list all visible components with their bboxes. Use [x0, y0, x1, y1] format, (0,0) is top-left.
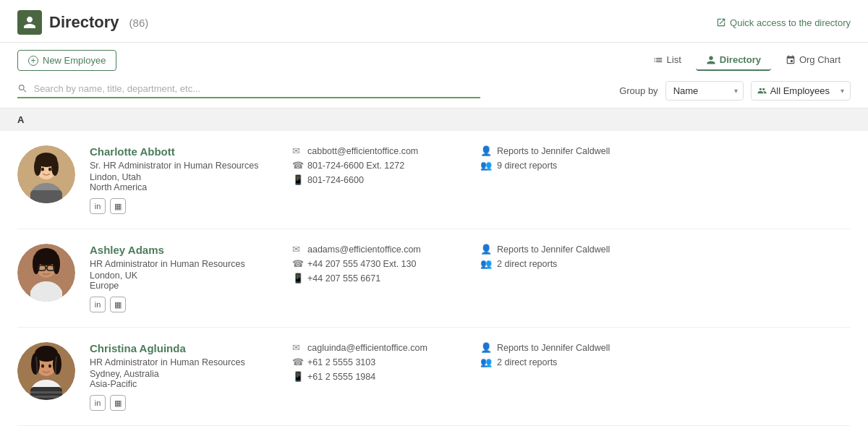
direct-reports-row: 👥 2 direct reports	[480, 357, 851, 367]
group-icon: 👥	[480, 258, 492, 269]
employee-name[interactable]: Christina Agluinda	[90, 342, 278, 354]
person-icon: 👤	[480, 145, 492, 156]
employee-region: Europe	[90, 281, 278, 291]
employee-region: North America	[90, 182, 278, 192]
svg-point-27	[48, 365, 51, 368]
org-chart-icon	[786, 55, 796, 65]
employee-title: HR Administrator in Human Resources	[90, 357, 278, 367]
christina-avatar	[17, 342, 75, 400]
person-icon	[22, 15, 37, 30]
new-employee-button[interactable]: + New Employee	[17, 50, 116, 71]
social-icons: in ▦	[90, 395, 278, 411]
contact-email-row: ✉ aadams@efficientoffice.com	[292, 244, 466, 255]
mobile-phone-icon: 📱	[292, 273, 302, 284]
office-phone-icon: ☎	[292, 258, 302, 269]
external-link-icon	[716, 17, 726, 27]
svg-rect-19	[30, 289, 62, 302]
avatar	[17, 342, 75, 400]
office-phone-icon: ☎	[292, 160, 302, 171]
group-icon: 👥	[480, 160, 492, 171]
reports-to-row: 👤 Reports to Jennifer Caldwell	[480, 244, 851, 255]
reports-to-row: 👤 Reports to Jennifer Caldwell	[480, 342, 851, 353]
contact-email-row: ✉ cagluinda@efficientoffice.com	[292, 342, 466, 353]
search-icon	[17, 83, 27, 94]
tab-list[interactable]: List	[643, 50, 692, 71]
svg-point-5	[34, 158, 41, 176]
employee-name[interactable]: Ashley Adams	[90, 244, 278, 256]
svg-point-14	[33, 254, 40, 274]
contact-office-row: ☎ +44 207 555 4730 Ext. 130	[292, 258, 466, 269]
table-row: Charlotte Abbott Sr. HR Administrator in…	[17, 131, 851, 229]
employees-icon	[757, 86, 767, 95]
employee-title: Sr. HR Administrator in Human Resources	[90, 161, 278, 171]
instagram-icon[interactable]: ▦	[110, 198, 126, 214]
quick-access-link[interactable]: Quick access to the directory	[716, 17, 851, 28]
employee-reports: 👤 Reports to Jennifer Caldwell 👥 2 direc…	[480, 244, 851, 273]
svg-rect-9	[30, 190, 62, 203]
logo-title-group: Directory (86)	[17, 10, 148, 35]
person-icon: 👤	[480, 244, 492, 255]
contact-office-row: ☎ +61 2 5555 3103	[292, 357, 466, 367]
svg-point-6	[51, 158, 59, 176]
group-by-select[interactable]: Name Department Location	[665, 81, 744, 101]
search-wrapper	[17, 83, 480, 98]
linkedin-icon[interactable]: in	[90, 198, 106, 214]
employees-filter[interactable]: All Employees ▾	[751, 81, 851, 101]
filter-select-wrapper: All Employees ▾	[751, 81, 851, 101]
instagram-icon[interactable]: ▦	[110, 297, 126, 312]
avatar	[17, 145, 75, 203]
mobile-phone-icon: 📱	[292, 174, 302, 185]
employee-contact: ✉ cagluinda@efficientoffice.com ☎ +61 2 …	[292, 342, 466, 386]
table-row: Christina Agluinda HR Administrator in H…	[17, 328, 851, 426]
person-icon: 👤	[480, 342, 492, 353]
svg-point-8	[48, 168, 51, 171]
search-input[interactable]	[33, 83, 480, 94]
contact-email-row: ✉ cabbott@efficientoffice.com	[292, 145, 466, 156]
reports-to-row: 👤 Reports to Jennifer Caldwell	[480, 145, 851, 156]
app-logo	[17, 10, 42, 35]
svg-point-15	[53, 254, 60, 274]
top-bar: Directory (86) Quick access to the direc…	[0, 0, 868, 43]
employee-info: Charlotte Abbott Sr. HR Administrator in…	[90, 145, 278, 214]
direct-reports-row: 👥 9 direct reports	[480, 160, 851, 171]
view-tabs: List Directory Org Chart	[643, 50, 851, 71]
employee-city: London, UK	[90, 271, 278, 281]
social-icons: in ▦	[90, 198, 278, 214]
mobile-phone-icon: 📱	[292, 371, 302, 382]
contact-mobile-row: 📱 +44 207 555 6671	[292, 273, 466, 284]
filter-chevron-icon: ▾	[841, 87, 844, 95]
plus-icon: +	[28, 56, 38, 66]
ashley-avatar	[17, 244, 75, 302]
employee-info: Ashley Adams HR Administrator in Human R…	[90, 244, 278, 312]
section-header-a: A	[0, 108, 868, 131]
contact-mobile-row: 📱 801-724-6600	[292, 174, 466, 185]
employee-contact: ✉ aadams@efficientoffice.com ☎ +44 207 5…	[292, 244, 466, 287]
name-select-wrapper: Name Department Location ▾	[665, 81, 744, 101]
employee-info: Christina Agluinda HR Administrator in H…	[90, 342, 278, 411]
list-icon	[653, 55, 663, 65]
charlotte-avatar	[17, 145, 75, 203]
employee-list: Charlotte Abbott Sr. HR Administrator in…	[0, 131, 868, 426]
employee-reports: 👤 Reports to Jennifer Caldwell 👥 9 direc…	[480, 145, 851, 174]
toolbar: + New Employee List Directory Org Chart	[0, 43, 868, 75]
instagram-icon[interactable]: ▦	[110, 395, 126, 411]
group-icon: 👥	[480, 357, 492, 367]
employee-name[interactable]: Charlotte Abbott	[90, 145, 278, 158]
linkedin-icon[interactable]: in	[90, 297, 106, 312]
email-icon: ✉	[292, 145, 302, 156]
svg-rect-30	[30, 396, 62, 398]
tab-directory[interactable]: Directory	[696, 50, 771, 71]
employee-region: Asia-Pacific	[90, 379, 278, 389]
employee-city: Sydney, Australia	[90, 369, 278, 379]
employee-title: HR Administrator in Human Resources	[90, 259, 278, 269]
table-row: Ashley Adams HR Administrator in Human R…	[17, 229, 851, 328]
linkedin-icon[interactable]: in	[90, 395, 106, 411]
search-group-bar: Group by Name Department Location ▾ All …	[0, 75, 868, 108]
tab-org-chart[interactable]: Org Chart	[775, 50, 851, 71]
avatar	[17, 244, 75, 302]
svg-point-25	[53, 353, 61, 375]
direct-reports-row: 👥 2 direct reports	[480, 258, 851, 269]
email-icon: ✉	[292, 342, 302, 353]
employee-contact: ✉ cabbott@efficientoffice.com ☎ 801-724-…	[292, 145, 466, 189]
employee-reports: 👤 Reports to Jennifer Caldwell 👥 2 direc…	[480, 342, 851, 371]
